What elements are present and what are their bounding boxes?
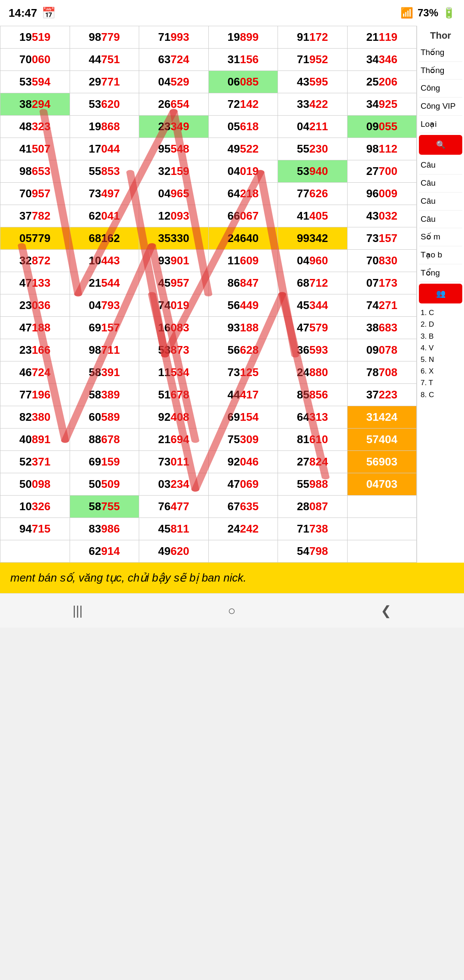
table-cell: 58755 bbox=[70, 496, 139, 518]
sidebar-item-tao[interactable]: Tạo b bbox=[419, 246, 462, 264]
table-cell: 57404 bbox=[347, 429, 417, 451]
table-cell bbox=[0, 540, 70, 563]
table-cell: 04703 bbox=[347, 473, 417, 496]
table-cell: 53620 bbox=[70, 93, 139, 116]
table-row: 500985050903234470695598804703 bbox=[0, 473, 417, 496]
table-row: 467245839111534731252488078708 bbox=[0, 361, 417, 384]
table-row: 986535585332159040195394027700 bbox=[0, 160, 417, 183]
sidebar-item-cau4[interactable]: Câu bbox=[419, 211, 462, 229]
back-nav-btn[interactable]: ❮ bbox=[363, 599, 409, 622]
sidebar-item-cau1[interactable]: Câu bbox=[419, 156, 462, 175]
sidebar-item-thong1[interactable]: Thống bbox=[419, 44, 462, 62]
sidebar-item-thong2[interactable]: Thống bbox=[419, 62, 462, 80]
table-row: 415071704495548495225523098112 bbox=[0, 138, 417, 160]
table-row: 523716915973011920462782456903 bbox=[0, 451, 417, 473]
table-cell: 04529 bbox=[139, 71, 209, 93]
status-left: 14:47 📅 bbox=[9, 6, 55, 20]
table-cell: 96009 bbox=[347, 183, 417, 205]
table-row: 377826204112093660674140543032 bbox=[0, 205, 417, 227]
table-cell: 25206 bbox=[347, 71, 417, 93]
table-cell: 77626 bbox=[278, 183, 348, 205]
table-cell: 47579 bbox=[278, 317, 348, 339]
table-row: 1032658755764776763528087 bbox=[0, 496, 417, 518]
right-sidebar: Thor Thống Thống Công Công VIP Loại 🔍 Câ… bbox=[417, 26, 464, 563]
table-cell: 23166 bbox=[0, 339, 70, 361]
table-cell: 56903 bbox=[347, 451, 417, 473]
sidebar-item-loai[interactable]: Loại bbox=[419, 116, 462, 134]
table-cell: 73157 bbox=[347, 227, 417, 250]
home-nav-btn[interactable]: ○ bbox=[211, 599, 253, 622]
main-layout: 1951998779719931989991172211197006044751… bbox=[0, 26, 464, 563]
table-cell: 50509 bbox=[70, 473, 139, 496]
table-cell: 60589 bbox=[70, 406, 139, 429]
table-cell: 69157 bbox=[70, 317, 139, 339]
table-cell bbox=[347, 518, 417, 540]
table-cell: 46724 bbox=[0, 361, 70, 384]
table-cell: 73011 bbox=[139, 451, 209, 473]
table-cell: 70060 bbox=[0, 49, 70, 71]
table-cell: 12093 bbox=[139, 205, 209, 227]
search-icon: 🔍 bbox=[436, 141, 446, 149]
status-right: 📶 73% 🔋 bbox=[400, 7, 455, 19]
table-cell: 68162 bbox=[70, 227, 139, 250]
table-cell: 98653 bbox=[0, 160, 70, 183]
battery-icon: 🔋 bbox=[443, 7, 455, 19]
table-cell: 88678 bbox=[70, 429, 139, 451]
table-cell: 28087 bbox=[278, 496, 348, 518]
table-cell: 09055 bbox=[347, 116, 417, 138]
table-cell: 93901 bbox=[139, 250, 209, 272]
sidebar-item-tong[interactable]: Tổng bbox=[419, 264, 462, 282]
table-cell: 52371 bbox=[0, 451, 70, 473]
table-cell: 83986 bbox=[70, 518, 139, 540]
table-cell: 45811 bbox=[139, 518, 209, 540]
table-cell: 56628 bbox=[208, 339, 278, 361]
table-cell: 31424 bbox=[347, 406, 417, 429]
table-cell: 17044 bbox=[70, 138, 139, 160]
table-cell bbox=[347, 540, 417, 563]
table-cell: 66067 bbox=[208, 205, 278, 227]
sidebar-item-cong1[interactable]: Công bbox=[419, 80, 462, 98]
table-cell: 74019 bbox=[139, 294, 209, 317]
table-cell: 55988 bbox=[278, 473, 348, 496]
sidebar-list: 1. C 2. D 3. B 4. V 5. N 6. X 7. T 8. C bbox=[419, 305, 462, 402]
table-cell: 35330 bbox=[139, 227, 209, 250]
table-cell: 32872 bbox=[0, 250, 70, 272]
table-cell: 50098 bbox=[0, 473, 70, 496]
table-cell: 47133 bbox=[0, 272, 70, 294]
table-cell: 74271 bbox=[347, 294, 417, 317]
table-cell: 36593 bbox=[278, 339, 348, 361]
table-cell: 10326 bbox=[0, 496, 70, 518]
table-row: 408918867821694753098161057404 bbox=[0, 429, 417, 451]
sidebar-item-congvip[interactable]: Công VIP bbox=[419, 98, 462, 116]
table-cell: 76477 bbox=[139, 496, 209, 518]
group-btn[interactable]: 👥 bbox=[419, 284, 462, 303]
table-cell: 55853 bbox=[70, 160, 139, 183]
table-cell: 43595 bbox=[278, 71, 348, 93]
table-cell: 58391 bbox=[70, 361, 139, 384]
sidebar-item-cau2[interactable]: Câu bbox=[419, 175, 462, 193]
table-row: 535942977104529060854359525206 bbox=[0, 71, 417, 93]
table-cell: 62041 bbox=[70, 205, 139, 227]
sidebar-item-cau3[interactable]: Câu bbox=[419, 193, 462, 211]
table-cell: 93188 bbox=[208, 317, 278, 339]
table-cell: 05779 bbox=[0, 227, 70, 250]
table-cell: 04960 bbox=[278, 250, 348, 272]
sidebar-item-som[interactable]: Số m bbox=[419, 228, 462, 246]
search-btn[interactable]: 🔍 bbox=[419, 135, 462, 155]
table-cell: 21544 bbox=[70, 272, 139, 294]
table-row: 382945362026654721423342234925 bbox=[0, 93, 417, 116]
table-cell: 85856 bbox=[278, 384, 348, 406]
table-row: 771965838951678444178585637223 bbox=[0, 384, 417, 406]
table-cell: 73497 bbox=[70, 183, 139, 205]
table-row: 328721044393901116090496070830 bbox=[0, 250, 417, 272]
table-cell: 98112 bbox=[347, 138, 417, 160]
table-row: 230360479374019564494534474271 bbox=[0, 294, 417, 317]
menu-nav-btn[interactable]: ||| bbox=[55, 599, 100, 622]
table-cell bbox=[347, 496, 417, 518]
table-cell: 45344 bbox=[278, 294, 348, 317]
thor-label: Thor bbox=[419, 28, 462, 44]
table-cell: 23349 bbox=[139, 116, 209, 138]
table-cell: 34346 bbox=[347, 49, 417, 71]
table-cell: 69159 bbox=[70, 451, 139, 473]
table-cell: 82380 bbox=[0, 406, 70, 429]
